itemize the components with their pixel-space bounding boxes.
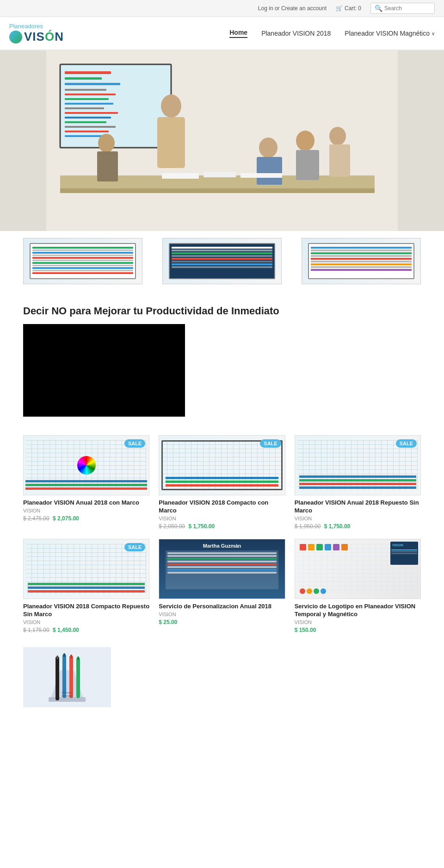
svg-rect-3 — [65, 71, 111, 74]
svg-rect-28 — [329, 144, 350, 177]
svg-rect-10 — [65, 107, 104, 109]
price-new-4: $ 1,450.00 — [53, 627, 79, 633]
svg-rect-8 — [65, 98, 109, 100]
product-title-4: Planeador VISION 2018 Compacto Repuesto … — [23, 603, 149, 618]
hero-section — [0, 50, 444, 231]
price-new-2: $ 1,750.00 — [188, 523, 215, 530]
svg-point-19 — [161, 94, 181, 118]
nav-product1[interactable]: Planeador VISION 2018 — [261, 30, 331, 37]
search-box[interactable]: 🔍 — [370, 3, 435, 14]
cart-icon: 🛒 — [336, 5, 343, 12]
product-title-3: Planeador VISION Anual 2018 Repuesto Sin… — [295, 499, 421, 515]
thumbnail-3[interactable] — [302, 238, 421, 284]
product-card-5[interactable]: Martha Guzmán Servicio de Personalizacio… — [159, 539, 285, 633]
product-card-3[interactable]: SALE Planeador VISION Anual 2018 Repuest… — [295, 435, 421, 530]
svg-rect-42 — [77, 656, 79, 660]
svg-rect-13 — [65, 121, 106, 123]
create-account-link[interactable]: Create an account — [281, 5, 327, 12]
product-title-1: Planeador VISION Anual 2018 con Marco — [23, 499, 149, 507]
logo-vis: VIS — [24, 30, 45, 44]
login-links[interactable]: Log in or Create an account — [258, 5, 327, 12]
product-image-2: SALE — [159, 435, 285, 495]
product-image-5: Martha Guzmán — [159, 539, 285, 599]
svg-rect-38 — [63, 653, 65, 657]
product-brand-1: VISION — [23, 508, 149, 513]
thumbnail-1[interactable] — [23, 238, 142, 284]
svg-rect-15 — [65, 131, 109, 132]
product-image-1: SALE — [23, 435, 149, 495]
product-image-4: SALE — [23, 539, 149, 599]
svg-rect-4 — [65, 77, 102, 80]
product-price-2: $ 2,050.00 $ 1,750.00 — [159, 523, 285, 530]
product-title-6: Servicio de Logotipo en Planeador VISION… — [295, 603, 421, 618]
price-old-2: $ 2,050.00 — [159, 523, 185, 530]
svg-point-25 — [296, 131, 314, 151]
price-new-3: $ 1,750.00 — [324, 523, 351, 530]
svg-text:correctable: correctable — [62, 694, 73, 697]
pens-product-image: Lumocolor correctable — [23, 647, 111, 707]
svg-rect-36 — [56, 656, 58, 659]
logo-brand-row: VISÓN — [9, 30, 64, 44]
svg-rect-5 — [65, 83, 120, 85]
nav-home[interactable]: Home — [229, 29, 247, 38]
svg-rect-31 — [240, 173, 282, 178]
svg-rect-30 — [204, 172, 236, 177]
product-card-6[interactable]: VISION Servicio de Logotipo en Planeador… — [295, 539, 421, 633]
logo-main-text: VISÓN — [24, 30, 64, 44]
products-section: SALE Planeador VISION Anual 2018 con Mar… — [0, 431, 444, 647]
login-link[interactable]: Log in — [258, 5, 273, 12]
product-image-3: SALE — [295, 435, 421, 495]
price-old-3: $ 1,950.00 — [295, 523, 321, 530]
svg-rect-34 — [49, 697, 86, 702]
svg-rect-12 — [65, 117, 111, 119]
svg-rect-6 — [65, 89, 106, 91]
cart-area[interactable]: 🛒 Cart: 0 — [336, 5, 361, 12]
product-card-pens[interactable]: Lumocolor correctable — [23, 647, 111, 707]
product-title-5: Servicio de Personalizacion Anual 2018 — [159, 603, 285, 611]
svg-rect-14 — [65, 126, 116, 128]
sale-badge-3: SALE — [396, 439, 417, 448]
product-card-1[interactable]: SALE Planeador VISION Anual 2018 con Mar… — [23, 435, 149, 530]
or-separator: or — [275, 5, 281, 12]
price-old-1: $ 2,475.00 — [23, 515, 49, 522]
product-card-2[interactable]: SALE Planeador VISION 2018 Compacto con … — [159, 435, 285, 530]
video-player[interactable] — [23, 324, 185, 417]
product-brand-6: VISION — [295, 619, 421, 625]
product-brand-3: VISION — [295, 516, 421, 521]
svg-rect-26 — [296, 150, 319, 180]
svg-rect-41 — [76, 657, 80, 698]
svg-rect-9 — [65, 103, 113, 105]
price-new-5: $ 25.00 — [159, 619, 177, 625]
product-brand-5: VISION — [159, 612, 285, 617]
bottom-product-section: Lumocolor correctable — [0, 647, 444, 721]
logo-n: N — [55, 30, 64, 44]
section-heading: Decir NO para Mejorar tu Productividad d… — [0, 291, 444, 324]
logo-o: Ó — [45, 30, 55, 44]
product-price-3: $ 1,950.00 $ 1,750.00 — [295, 523, 421, 530]
product-brand-4: VISION — [23, 619, 149, 625]
nav-product2-dropdown[interactable]: Planeador VISION Magnético ∨ — [345, 30, 435, 37]
cart-label: Cart: 0 — [345, 5, 361, 12]
svg-rect-11 — [65, 112, 118, 114]
svg-point-21 — [98, 134, 115, 152]
product-price-5: $ 25.00 — [159, 619, 285, 625]
product-price-1: $ 2,475.00 $ 2,075.00 — [23, 515, 149, 522]
sale-badge-4: SALE — [124, 543, 145, 551]
price-new-6: $ 150.00 — [295, 627, 316, 633]
svg-rect-18 — [60, 188, 375, 193]
product-card-4[interactable]: SALE Planeador VISION 2018 Compacto Repu… — [23, 539, 149, 633]
product-price-4: $ 1,175.00 $ 1,450.00 — [23, 627, 149, 633]
price-new-1: $ 2,075.00 — [53, 515, 79, 522]
product-brand-2: VISION — [159, 516, 285, 521]
svg-rect-7 — [65, 94, 116, 95]
martha-name-label: Martha Guzmán — [203, 543, 241, 549]
svg-rect-29 — [162, 173, 199, 179]
svg-rect-22 — [97, 151, 118, 181]
nav-product2-label: Planeador VISION Magnético — [345, 30, 430, 37]
logo-icon — [9, 31, 22, 44]
search-input[interactable] — [384, 5, 431, 12]
thumbnail-2[interactable] — [162, 238, 282, 284]
svg-text:Lumocolor: Lumocolor — [62, 691, 73, 694]
logo-wrapper: Planeadores VISÓN — [9, 23, 64, 44]
logo-area: Planeadores VISÓN — [9, 23, 64, 44]
